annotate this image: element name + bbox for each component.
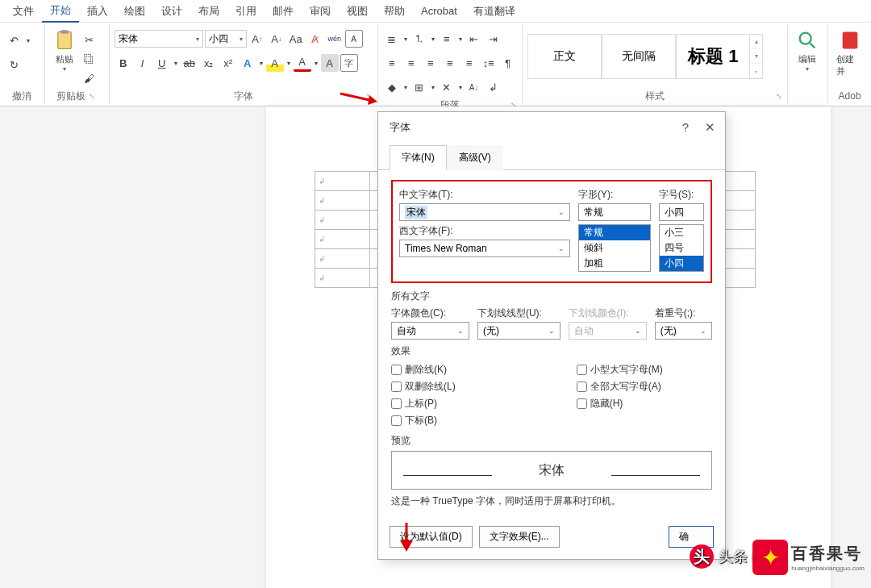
create-pdf-button[interactable]: 创建并 — [833, 26, 866, 81]
style-nospace[interactable]: 无间隔 — [602, 34, 676, 79]
font-size-list[interactable]: 小三 四号 小四 — [659, 224, 704, 272]
italic-button[interactable]: I — [134, 54, 152, 72]
chk-sup[interactable] — [391, 398, 402, 409]
chk-smallcaps[interactable] — [577, 365, 587, 375]
font-size-input[interactable]: 小四 — [659, 203, 704, 221]
align-right-button[interactable]: ≡ — [422, 54, 440, 72]
styles-launcher[interactable]: ⤡ — [774, 88, 784, 104]
tab-advanced[interactable]: 高级(V) — [447, 145, 503, 170]
edit-button[interactable]: 编辑 ▾ — [793, 26, 822, 76]
grow-font-button[interactable]: A↑ — [248, 30, 266, 48]
font-size-combo[interactable]: 小四▾ — [205, 30, 247, 48]
align-left-button[interactable]: ≡ — [383, 54, 401, 72]
indent-right-button[interactable]: ⇥ — [485, 30, 502, 48]
strike-button[interactable]: ab — [181, 54, 198, 72]
underline-button[interactable]: U — [153, 54, 171, 72]
size-opt-1[interactable]: 小三 — [660, 225, 703, 240]
text-effects-dropdown[interactable]: ▾ — [258, 54, 265, 72]
shading-button[interactable]: ◆ — [383, 78, 401, 96]
menu-mail[interactable]: 邮件 — [265, 1, 302, 22]
styles-scroll-up[interactable]: ▴ — [750, 35, 762, 49]
numbering-button[interactable]: ⒈ — [410, 30, 428, 48]
font-color-combo[interactable]: 自动⌄ — [391, 322, 469, 340]
menu-view[interactable]: 视图 — [339, 1, 376, 22]
chk-allcaps[interactable] — [577, 382, 587, 392]
bold-button[interactable]: B — [115, 54, 132, 72]
clipboard-launcher[interactable]: ⤡ — [87, 88, 97, 104]
clear-format-button[interactable]: A̷ — [306, 30, 324, 48]
style-normal[interactable]: 正文 — [527, 34, 602, 79]
cut-button[interactable]: ✂ — [81, 31, 98, 48]
style-heading1[interactable]: 标题 1 — [676, 34, 750, 79]
format-painter-button[interactable]: 🖌 — [81, 69, 98, 87]
superscript-button[interactable]: x² — [219, 54, 237, 72]
chk-hidden[interactable] — [577, 398, 587, 409]
chk-strike[interactable] — [391, 365, 402, 375]
styles-expand[interactable]: ⌄ — [750, 64, 762, 78]
highlight-dropdown[interactable]: ▾ — [285, 54, 292, 72]
font-style-input[interactable]: 常规 — [578, 203, 651, 221]
emphasis-combo[interactable]: (无)⌄ — [655, 322, 712, 340]
undo-button[interactable]: ↶ — [5, 31, 23, 49]
cn-font-combo[interactable]: 宋体⌄ — [399, 203, 570, 221]
align-center-button[interactable]: ≡ — [402, 54, 420, 72]
dialog-close-button[interactable]: ✕ — [705, 120, 715, 135]
menu-layout[interactable]: 布局 — [190, 1, 227, 22]
size-opt-3[interactable]: 小四 — [660, 256, 703, 271]
borders-button[interactable]: ⊞ — [410, 78, 428, 96]
underline-style-combo[interactable]: (无)⌄ — [477, 322, 561, 340]
menu-references[interactable]: 引用 — [227, 1, 265, 22]
chn-para-dd[interactable]: ▾ — [457, 78, 464, 96]
font-style-list[interactable]: 常规 倾斜 加粗 — [578, 224, 651, 272]
multilevel-button[interactable]: ≡ — [438, 30, 456, 48]
chk-sub[interactable] — [391, 415, 402, 426]
menu-help[interactable]: 帮助 — [376, 1, 413, 22]
font-color-dropdown[interactable]: ▾ — [313, 54, 319, 72]
style-opt-bold[interactable]: 加粗 — [579, 256, 650, 271]
sort-button[interactable]: A↓ — [465, 78, 483, 96]
enclose-button[interactable]: A — [345, 30, 363, 48]
distribute-button[interactable]: ≡ — [461, 54, 478, 72]
en-font-combo[interactable]: Times New Roman⌄ — [399, 240, 570, 257]
line-spacing-button[interactable]: ↕≡ — [480, 54, 498, 72]
menu-youdao[interactable]: 有道翻译 — [465, 1, 523, 22]
justify-button[interactable]: ≡ — [441, 54, 459, 72]
change-case-button[interactable]: Aa — [287, 30, 305, 48]
text-effects-button[interactable]: 文字效果(E)... — [479, 526, 560, 548]
chk-dstrike[interactable] — [391, 382, 402, 392]
char-shading-button[interactable]: A — [321, 54, 339, 72]
shrink-font-button[interactable]: A↓ — [268, 30, 285, 48]
chn-para-button[interactable]: ✕ — [438, 78, 456, 96]
paste-button[interactable]: 粘贴 ▾ — [50, 26, 79, 76]
bullets-button[interactable]: ≣ — [383, 30, 401, 48]
text-effects-button[interactable]: A — [239, 54, 256, 72]
dialog-help-button[interactable]: ? — [682, 120, 689, 135]
font-color-button[interactable]: A — [294, 54, 311, 72]
menu-home[interactable]: 开始 — [42, 0, 79, 23]
undo-dropdown[interactable]: ▾ — [24, 31, 32, 49]
menu-draw[interactable]: 绘图 — [116, 1, 153, 22]
font-name-combo[interactable]: 宋体▾ — [115, 30, 203, 48]
menu-insert[interactable]: 插入 — [79, 1, 116, 22]
style-opt-italic[interactable]: 倾斜 — [579, 240, 650, 256]
tab-font[interactable]: 字体(N) — [390, 145, 447, 170]
indent-left-button[interactable]: ⇤ — [465, 30, 483, 48]
shading-dd[interactable]: ▾ — [402, 78, 409, 96]
char-border-button[interactable]: 字 — [340, 54, 358, 72]
asian-button[interactable]: ↲ — [485, 78, 502, 96]
menu-acrobat[interactable]: Acrobat — [413, 2, 465, 20]
menu-file[interactable]: 文件 — [5, 1, 42, 22]
styles-scroll-down[interactable]: ▾ — [750, 49, 762, 64]
phonetic-button[interactable]: wén — [326, 30, 344, 48]
redo-button[interactable]: ↻ — [5, 56, 23, 73]
bullets-dd[interactable]: ▾ — [402, 30, 409, 48]
show-marks-button[interactable]: ¶ — [499, 54, 517, 72]
highlight-button[interactable]: A — [266, 54, 284, 72]
subscript-button[interactable]: x₂ — [200, 54, 218, 72]
size-opt-2[interactable]: 四号 — [660, 240, 703, 256]
underline-dropdown[interactable]: ▾ — [173, 54, 179, 72]
style-opt-regular[interactable]: 常规 — [579, 225, 650, 240]
copy-button[interactable]: ⿻ — [81, 50, 98, 68]
menu-design[interactable]: 设计 — [153, 1, 190, 22]
borders-dd[interactable]: ▾ — [430, 78, 436, 96]
